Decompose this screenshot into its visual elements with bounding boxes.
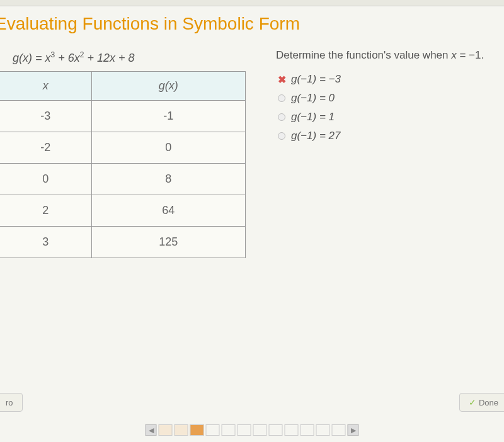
check-icon: ✓ bbox=[469, 397, 476, 407]
answer-option[interactable]: g(−1) = 27 bbox=[276, 130, 484, 142]
table-row: -2 0 bbox=[0, 132, 246, 164]
progress-box[interactable] bbox=[206, 424, 220, 436]
question-prompt: Determine the function's value when x = … bbox=[276, 49, 484, 62]
table-row: 3 125 bbox=[0, 227, 246, 258]
progress-box[interactable] bbox=[159, 424, 173, 436]
answer-option[interactable]: g(−1) = 1 bbox=[276, 111, 484, 123]
answer-option[interactable]: g(−1) = 0 bbox=[276, 92, 484, 105]
left-panel: g(x) = x3 + 6x2 + 12x + 8 x g(x) -3 -1 -… bbox=[0, 45, 246, 258]
prev-arrow-icon[interactable]: ◀ bbox=[146, 424, 157, 436]
radio-icon bbox=[276, 94, 287, 102]
intro-button[interactable]: ro bbox=[0, 393, 23, 412]
x-mark-icon: ✖ bbox=[276, 74, 287, 86]
progress-box[interactable] bbox=[269, 424, 283, 436]
right-panel: Determine the function's value when x = … bbox=[246, 45, 484, 258]
function-table: x g(x) -3 -1 -2 0 0 8 2 bbox=[0, 71, 246, 258]
table-header-gx: g(x) bbox=[91, 72, 246, 101]
progress-box[interactable] bbox=[222, 424, 236, 436]
content-area: g(x) = x3 + 6x2 + 12x + 8 x g(x) -3 -1 -… bbox=[0, 45, 504, 258]
table-row: 2 64 bbox=[0, 195, 246, 227]
table-header-x: x bbox=[0, 72, 91, 101]
progress-box[interactable] bbox=[175, 424, 188, 436]
progress-box[interactable] bbox=[316, 424, 330, 436]
progress-box[interactable] bbox=[332, 424, 346, 436]
radio-icon bbox=[276, 113, 287, 121]
answer-option[interactable]: ✖ g(−1) = −3 bbox=[276, 73, 484, 86]
progress-bar: ◀ ▶ bbox=[146, 424, 359, 436]
radio-icon bbox=[276, 132, 287, 140]
progress-box[interactable] bbox=[238, 424, 251, 436]
progress-box[interactable] bbox=[253, 424, 267, 436]
page-title: Evaluating Functions in Symbolic Form bbox=[0, 6, 504, 45]
function-definition: g(x) = x3 + 6x2 + 12x + 8 bbox=[0, 45, 246, 71]
table-row: 0 8 bbox=[0, 164, 246, 195]
table-row: -3 -1 bbox=[0, 101, 246, 132]
header-bar bbox=[0, 0, 504, 6]
progress-box[interactable] bbox=[285, 424, 299, 436]
done-button[interactable]: ✓ Done bbox=[459, 393, 504, 412]
progress-box-current[interactable] bbox=[190, 424, 204, 436]
bottom-bar: ro ✓ Done bbox=[0, 393, 504, 412]
next-arrow-icon[interactable]: ▶ bbox=[348, 424, 359, 436]
progress-box[interactable] bbox=[301, 424, 314, 436]
